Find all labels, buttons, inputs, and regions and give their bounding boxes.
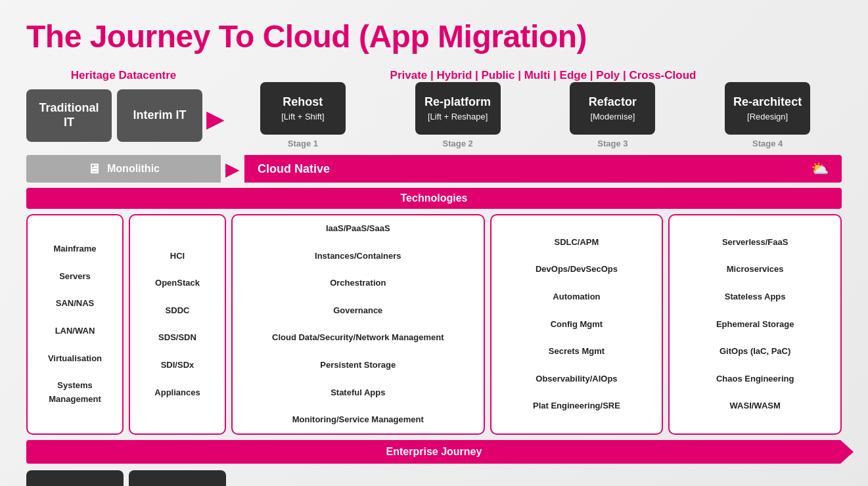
retain-box: Retain — [129, 470, 226, 486]
tech-item: Microservices — [727, 263, 784, 276]
tech-item: Mainframe — [53, 242, 96, 256]
tech-item: SDI/SDx — [161, 359, 194, 372]
technologies-label: Technologies — [401, 192, 468, 204]
tech-item: Governance — [333, 304, 382, 318]
tech-item: Instances/Containers — [315, 250, 401, 263]
tech-item: DevOps/DevSecOps — [536, 263, 618, 276]
tech-item: HCI — [170, 250, 185, 263]
tech-item: Chaos Engineering — [716, 372, 794, 386]
tech-item: WASI/WASM — [730, 399, 781, 413]
enterprise-bar-wrap: Enterprise Journey — [26, 440, 842, 464]
replatform-sub-label: [Lift + Reshape] — [424, 112, 491, 122]
enterprise-journey-label: Enterprise Journey — [386, 446, 482, 458]
tech-stage3-box: SDLC/APMDevOps/DevSecOpsAutomationConfig… — [490, 214, 664, 435]
interim-it-box: Interim IT — [117, 89, 202, 142]
tech-item: Stateless Apps — [725, 290, 786, 304]
tech-content-row: MainframeServersSAN/NASLAN/WANVirtualisa… — [26, 214, 842, 435]
rehost-label: Rehost — [283, 95, 323, 108]
rearchitect-box: Re-architect [Redesign] — [725, 82, 810, 135]
monolithic-label: Monolithic — [107, 163, 160, 175]
tech-heritage2-box: HCIOpenStackSDDCSDS/SDNSDI/SDxAppliances — [129, 214, 226, 435]
traditional-it-box: Traditional IT — [26, 89, 112, 142]
rehost-sub-label: [Lift + Shift] — [281, 112, 324, 122]
main-title: The Journey To Cloud (App Migration) — [26, 18, 842, 55]
replatform-label: Re-platform — [424, 95, 491, 108]
interim-it-label: Interim IT — [133, 108, 186, 123]
cloud-native-bar: Cloud Native ⛅ — [244, 155, 842, 183]
bottom-row: Retire Retain — [26, 470, 842, 486]
tech-item: Systems Management — [33, 379, 117, 407]
arrow-to-cloud: ▶ — [206, 82, 225, 148]
slide: The Journey To Cloud (App Migration) Her… — [0, 0, 868, 486]
tech-item: Observability/AIOps — [536, 372, 617, 386]
stage1-label: Stage 1 — [288, 139, 318, 148]
top-stages-row: Traditional IT Interim IT ▶ Rehost [Lift… — [26, 82, 842, 148]
tech-item: Monitoring/Service Management — [292, 413, 424, 427]
mono-native-row: 🖥 Monolithic ▶ Cloud Native ⛅ — [26, 155, 842, 183]
monolithic-bar: 🖥 Monolithic — [26, 155, 221, 183]
heritage-label-wrap: Heritage Datacentre — [26, 69, 221, 82]
tech-item: GitOps (IaC, PaC) — [720, 345, 790, 359]
tech-item: Plat Engineering/SRE — [533, 399, 620, 413]
rearchitect-label: Re-architect — [733, 95, 802, 108]
refactor-sub-label: [Modernise] — [589, 112, 637, 122]
tech-item: SDLC/APM — [554, 236, 599, 250]
rearchitect-sub-label: [Redesign] — [733, 112, 802, 122]
stage2-col: Re-platform [Lift + Reshape] Stage 2 — [384, 82, 532, 148]
technologies-bar: Technologies — [26, 188, 842, 209]
tech-item: Ephemeral Storage — [716, 318, 794, 332]
stage2-label: Stage 2 — [443, 139, 473, 148]
mono-arrow: ▶ — [221, 158, 244, 180]
tech-item: Appliances — [154, 386, 200, 400]
server-icon: 🖥 — [87, 162, 101, 177]
heritage-boxes: Traditional IT Interim IT — [26, 82, 202, 148]
rehost-box: Rehost [Lift + Shift] — [260, 82, 346, 135]
cloud-stages: Rehost [Lift + Shift] Stage 1 Re-platfor… — [229, 82, 842, 148]
tech-item: Persistent Storage — [320, 359, 396, 372]
cloud-label-wrap: Private | Hybrid | Public | Multi | Edge… — [244, 69, 842, 82]
traditional-it-label: Traditional IT — [33, 101, 105, 129]
tech-center-box: IaaS/PaaS/SaaSInstances/ContainersOrches… — [231, 214, 485, 435]
tech-item: Orchestration — [330, 276, 386, 290]
tech-stage4-box: Serverless/FaaSMicroservicesStateless Ap… — [668, 214, 842, 435]
stage3-label: Stage 3 — [597, 139, 628, 148]
cloud-label: Private | Hybrid | Public | Multi | Edge… — [390, 69, 697, 81]
tech-item: SDDC — [166, 304, 190, 318]
tech-item: Servers — [59, 270, 91, 284]
tech-item: Automation — [553, 290, 600, 304]
heritage-label: Heritage Datacentre — [71, 69, 177, 81]
tech-item: Secrets Mgmt — [549, 345, 605, 359]
tech-item: Stateful Apps — [331, 386, 385, 400]
stage4-col: Re-architect [Redesign] Stage 4 — [693, 82, 842, 148]
replatform-box: Re-platform [Lift + Reshape] — [415, 82, 501, 135]
stage1-col: Rehost [Lift + Shift] Stage 1 — [229, 82, 377, 148]
refactor-box: Refactor [Modernise] — [570, 82, 655, 135]
retire-box: Retire — [26, 470, 124, 486]
tech-item: LAN/WAN — [55, 324, 95, 338]
tech-item: IaaS/PaaS/SaaS — [326, 222, 390, 236]
tech-item: SDS/SDN — [158, 331, 196, 345]
tech-item: Config Mgmt — [551, 318, 603, 332]
tech-item: Virtualisation — [48, 352, 102, 366]
tech-item: OpenStack — [155, 276, 200, 290]
enterprise-bar: Enterprise Journey — [26, 440, 842, 464]
tech-heritage1-box: MainframeServersSAN/NASLAN/WANVirtualisa… — [26, 214, 124, 435]
tech-item: Cloud Data/Security/Network Management — [272, 331, 444, 345]
cloud-native-label: Cloud Native — [258, 162, 330, 176]
stage3-col: Refactor [Modernise] Stage 3 — [539, 82, 687, 148]
section-labels-row: Heritage Datacentre Private | Hybrid | P… — [26, 69, 842, 82]
cloud-icon: ⛅ — [811, 160, 829, 177]
tech-item: Serverless/FaaS — [722, 236, 788, 250]
refactor-label: Refactor — [589, 95, 637, 108]
stage4-label: Stage 4 — [752, 139, 783, 148]
tech-item: SAN/NAS — [56, 297, 95, 311]
